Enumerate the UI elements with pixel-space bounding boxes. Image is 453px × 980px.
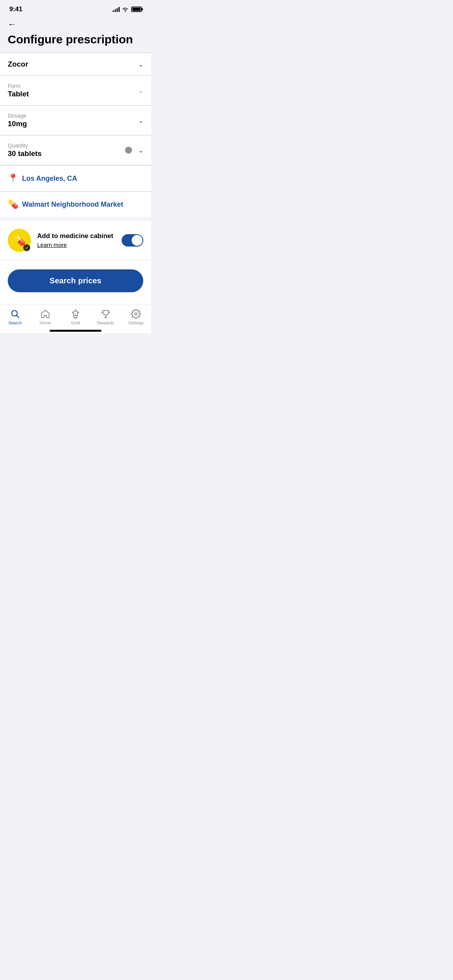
dosage-section: Dosage 10mg ⌄ [0,106,151,135]
quantity-dropdown[interactable]: Quantity 30 tablets ⌄ [0,135,151,165]
nav-label-gold: Gold [71,320,80,325]
medication-chevron-icon: ⌄ [138,61,143,68]
nav-label-search: Search [9,320,22,325]
learn-more-link[interactable]: Learn more [37,242,67,248]
battery-icon [131,7,142,12]
dosage-label: Dosage [8,113,27,119]
cabinet-text-container: Add to medicine cabinet Learn more [37,232,115,248]
search-section: Search prices [0,260,151,305]
pharmacy-icon: 💊 [8,199,18,209]
signal-icon [113,7,120,12]
status-time: 9:41 [9,5,22,13]
quantity-section: Quantity 30 tablets ⌄ [0,135,151,165]
medication-name-value: Zocor [8,60,28,69]
location-section: 📍 Los Angeles, CA [0,166,151,191]
search-nav-icon [10,309,20,319]
cabinet-toggle[interactable] [122,234,143,247]
search-prices-button[interactable]: Search prices [8,269,143,292]
location-row[interactable]: 📍 Los Angeles, CA [0,166,151,191]
nav-label-settings: Settings [128,320,144,325]
form-value: Tablet [8,90,29,98]
nav-item-gold[interactable]: Gold [60,309,91,325]
cabinet-rx-icon: 💊 [13,235,26,247]
quantity-chevron-icon: ⌄ [138,147,143,154]
svg-line-1 [17,315,19,318]
dosage-dropdown[interactable]: Dosage 10mg ⌄ [0,106,151,135]
pharmacy-section: 💊 Walmart Neighborhood Market [0,192,151,217]
home-bar [50,330,101,332]
wifi-icon [122,7,129,12]
toggle-knob [132,235,142,246]
status-bar: 9:41 [0,0,151,16]
medication-name-section: Zocor ⌄ [0,53,151,75]
quantity-value: 30 tablets [8,149,125,158]
nav-item-search[interactable]: Search [0,309,30,325]
nav-item-home[interactable]: Home [30,309,60,325]
cabinet-check-icon: ✓ [23,244,30,251]
form-field: Form Tablet [8,83,29,98]
nav-item-rewards[interactable]: Rewards [91,309,121,325]
home-nav-icon [40,309,50,319]
form-section: Form Tablet ⌄ [0,76,151,105]
form-chevron-icon: ⌄ [138,87,143,94]
svg-point-2 [135,313,137,315]
cabinet-toggle-wrapper [122,234,143,247]
home-indicator [0,327,151,333]
quantity-dot-indicator [125,147,132,154]
location-pin-icon: 📍 [8,173,18,183]
cabinet-icon-container: 💊 ✓ [8,229,31,252]
status-icons [113,7,142,12]
quantity-field: Quantity 30 tablets [8,142,125,158]
gray-separator [0,217,151,221]
gold-nav-icon [70,309,81,319]
form-label: Form [8,83,29,89]
rewards-nav-icon [101,309,111,319]
page-title-container: Configure prescription [0,31,151,53]
pharmacy-name: Walmart Neighborhood Market [22,200,123,209]
settings-nav-icon [131,309,141,319]
back-button-container: ← [0,16,151,31]
nav-label-home: Home [39,320,51,325]
pharmacy-row[interactable]: 💊 Walmart Neighborhood Market [0,192,151,217]
bottom-nav: Search Home Gold Rewards Settings [0,305,151,327]
quantity-label: Quantity [8,142,125,149]
back-button[interactable]: ← [8,19,16,29]
location-city: Los Angeles, CA [22,175,77,183]
page-title: Configure prescription [8,33,143,46]
cabinet-section: 💊 ✓ Add to medicine cabinet Learn more [0,221,151,260]
dosage-field: Dosage 10mg [8,113,27,128]
dosage-value: 10mg [8,120,27,128]
form-dropdown[interactable]: Form Tablet ⌄ [0,76,151,105]
cabinet-title: Add to medicine cabinet [37,232,115,240]
dosage-chevron-icon: ⌄ [138,117,143,124]
medication-name-dropdown[interactable]: Zocor ⌄ [0,53,151,75]
nav-item-settings[interactable]: Settings [121,309,151,325]
nav-label-rewards: Rewards [97,320,114,325]
